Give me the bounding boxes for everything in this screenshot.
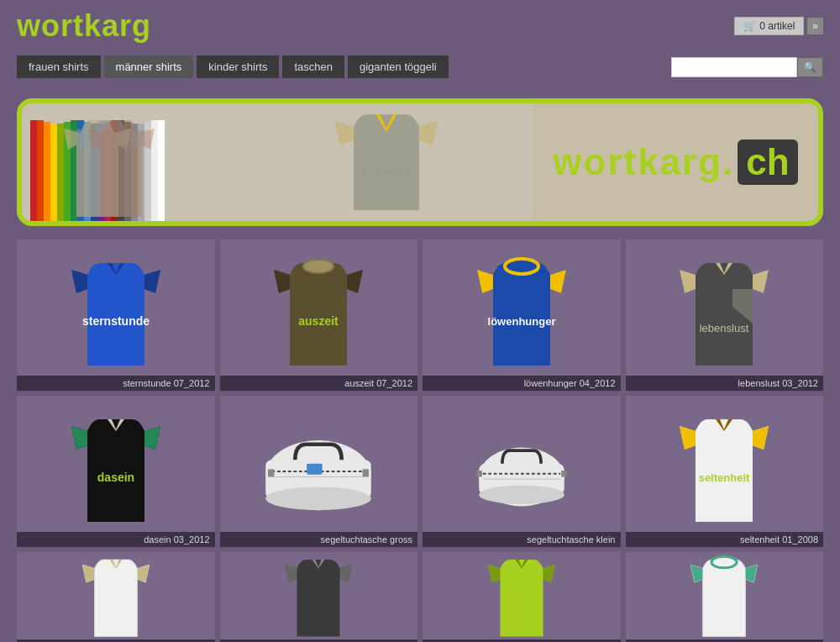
seltenheit-shirt-svg: seltenheit — [669, 413, 779, 530]
svg-rect-19 — [158, 120, 165, 221]
cart-area: 🛒 0 artikel » — [734, 17, 823, 35]
product-lowenhunger[interactable]: löwenhunger löwenhunger 04_2012 — [423, 239, 621, 391]
banner-shirt-svg: lebenslust — [302, 108, 470, 217]
svg-marker-56 — [753, 426, 769, 450]
svg-marker-57 — [680, 426, 696, 450]
svg-marker-35 — [680, 270, 696, 293]
svg-text:seltenheit: seltenheit — [699, 471, 750, 484]
svg-rect-2 — [44, 122, 50, 221]
navigation: frauen shirts männer shirts kinder shirt… — [0, 50, 840, 85]
nav-item-taschen[interactable]: taschen — [282, 55, 344, 78]
seltenheit-label: seltenheit 01_2008 — [626, 532, 824, 547]
banner-domain-badge: ch — [738, 139, 797, 185]
svg-rect-4 — [57, 124, 64, 221]
nav-item-frauen-shirts[interactable]: frauen shirts — [17, 55, 101, 78]
svg-point-51 — [479, 486, 564, 504]
svg-marker-64 — [488, 565, 500, 582]
svg-rect-1 — [37, 120, 44, 221]
svg-text:lebenslust: lebenslust — [700, 322, 749, 334]
banner-inner: lebenslust wortkarg.ch — [22, 103, 818, 221]
product-shirt9[interactable] — [17, 552, 215, 642]
svg-rect-55 — [561, 471, 566, 476]
svg-rect-46 — [307, 464, 322, 475]
product-grid: sternstunde sternstunde 07_2012 auszeit … — [0, 239, 840, 642]
svg-marker-20 — [419, 121, 438, 145]
site-logo: wortkarg — [17, 8, 151, 44]
dasein-shirt-svg: dasein — [61, 413, 171, 530]
svg-marker-27 — [347, 270, 363, 293]
svg-marker-39 — [71, 426, 87, 450]
lebenslust-label: lebenslust 03_2012 — [626, 376, 824, 391]
bag-large-label: segeltuchtasche gross — [220, 532, 418, 547]
svg-marker-38 — [144, 426, 160, 450]
bag-small-label: segeltuchtasche klein — [423, 532, 621, 547]
svg-rect-54 — [476, 471, 481, 476]
svg-marker-28 — [274, 270, 290, 293]
cart-icon: 🛒 — [743, 20, 756, 32]
lebenslust-shirt-svg: lebenslust — [669, 256, 779, 374]
svg-rect-3 — [50, 124, 57, 221]
svg-marker-32 — [477, 270, 493, 293]
nav-links: frauen shirts männer shirts kinder shirt… — [17, 55, 449, 78]
banner-shirt-stack-svg — [30, 112, 240, 221]
banner-color-strips — [22, 103, 240, 221]
product-dasein[interactable]: dasein dasein 03_2012 — [17, 396, 215, 547]
cart-label: 0 artikel — [759, 20, 795, 32]
product-lebenslust[interactable]: lebenslust lebenslust 03_2012 — [626, 239, 824, 391]
svg-marker-63 — [543, 565, 554, 582]
nav-item-kinder-shirts[interactable]: kinder shirts — [197, 55, 279, 78]
nav-item-manner-shirts[interactable]: männer shirts — [104, 55, 194, 78]
svg-marker-34 — [753, 270, 769, 293]
shirt12-svg — [682, 555, 766, 643]
bag-large-svg — [255, 421, 381, 522]
product-shirt12[interactable] — [626, 552, 824, 642]
product-shirt11[interactable] — [423, 552, 621, 642]
auszeit-label: auszeit 07_2012 — [220, 376, 418, 391]
banner-wrapper: lebenslust wortkarg.ch — [0, 85, 840, 239]
product-shirt10[interactable] — [220, 552, 418, 642]
product-bag-small[interactable]: segeltuchtasche klein — [423, 396, 621, 547]
svg-marker-62 — [286, 565, 297, 582]
sternstunde-label: sternstunde 07_2012 — [17, 376, 215, 391]
sternstunde-shirt-svg: sternstunde — [61, 256, 171, 374]
svg-rect-47 — [268, 469, 274, 476]
search-button[interactable]: 🔍 — [797, 57, 823, 77]
svg-text:dasein: dasein — [97, 471, 134, 484]
svg-marker-23 — [144, 270, 160, 293]
shirt11-svg — [480, 555, 564, 643]
banner-logo-area: wortkarg.ch — [533, 103, 818, 221]
svg-point-43 — [265, 487, 371, 510]
svg-text:löwenhunger: löwenhunger — [487, 315, 555, 328]
shirt10-svg — [276, 555, 360, 643]
svg-marker-31 — [550, 270, 566, 293]
svg-point-30 — [505, 259, 538, 274]
svg-marker-61 — [340, 565, 352, 582]
svg-point-65 — [711, 556, 737, 568]
product-auszeit[interactable]: auszeit auszeit 07_2012 — [220, 239, 418, 391]
header: wortkarg 🛒 0 artikel » — [0, 0, 840, 50]
product-seltenheit[interactable]: seltenheit seltenheit 01_2008 — [626, 396, 824, 547]
product-bag-large[interactable]: segeltuchtasche gross — [220, 396, 418, 547]
auszeit-shirt-svg: auszeit — [264, 256, 373, 374]
banner: lebenslust wortkarg.ch — [17, 98, 823, 226]
svg-text:sternstunde: sternstunde — [82, 314, 150, 328]
svg-text:lebenslust: lebenslust — [362, 166, 412, 178]
shirt9-svg — [74, 555, 158, 643]
product-sternstunde[interactable]: sternstunde sternstunde 07_2012 — [17, 239, 215, 391]
svg-marker-21 — [335, 121, 354, 145]
bag-small-svg — [459, 421, 585, 522]
lowenhunger-shirt-svg: löwenhunger — [467, 256, 576, 374]
lowenhunger-label: löwenhunger 04_2012 — [423, 376, 621, 391]
search-input[interactable] — [671, 57, 797, 77]
cart-expand-button[interactable]: » — [807, 18, 823, 34]
nav-item-giganten-toggeli[interactable]: giganten töggeli — [348, 55, 449, 78]
dasein-label: dasein 03_2012 — [17, 532, 215, 547]
svg-point-26 — [303, 260, 333, 273]
svg-rect-0 — [30, 120, 37, 221]
banner-main-shirt: lebenslust — [240, 103, 533, 221]
banner-logo-text: wortkarg. — [553, 141, 734, 183]
svg-rect-48 — [363, 469, 369, 476]
svg-text:auszeit: auszeit — [299, 314, 339, 328]
cart-button[interactable]: 🛒 0 artikel — [734, 17, 804, 35]
svg-marker-24 — [71, 270, 87, 293]
